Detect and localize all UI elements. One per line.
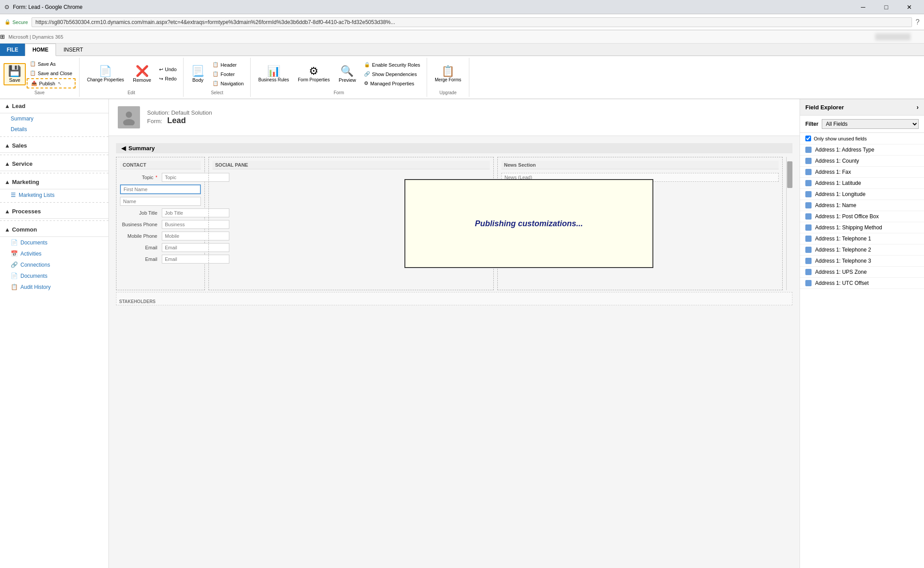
filter-select[interactable]: All Fields xyxy=(822,119,919,129)
header-button[interactable]: 📋 Header xyxy=(209,60,247,69)
sidebar-item-documents[interactable]: 📄 Documents xyxy=(0,237,108,248)
preview-button[interactable]: 🔍 Preview xyxy=(335,64,360,85)
form-props-icon: ⚙ xyxy=(309,66,319,76)
field-name: Address 1: Telephone 3 xyxy=(815,258,871,264)
browser-tab-icon: ⊙ xyxy=(4,4,9,10)
divider-5 xyxy=(0,220,108,221)
list-item[interactable]: Address 1: Telephone 2 xyxy=(800,244,924,256)
firstname-input[interactable] xyxy=(120,184,201,194)
form-layout: CONTACT Topic * xyxy=(116,157,792,290)
list-item[interactable]: Address 1: Latitude xyxy=(800,178,924,189)
list-item[interactable]: Address 1: Fax xyxy=(800,167,924,178)
sidebar-item-summary[interactable]: Summary xyxy=(0,113,108,124)
body-button[interactable]: 📃 Body xyxy=(187,64,208,85)
form-scrollbar[interactable] xyxy=(786,157,792,290)
form-column-contact: CONTACT Topic * xyxy=(116,157,205,290)
merge-forms-button[interactable]: 📋 Merge Forms xyxy=(431,64,465,85)
scrollbar-thumb[interactable] xyxy=(787,161,792,188)
list-item[interactable]: Address 1: Longitude xyxy=(800,189,924,200)
address-bar: 🔒 Secure https://sg807b5630304.crm10.dyn… xyxy=(0,14,924,30)
save-icon: 💾 xyxy=(8,66,21,76)
redo-icon: ↪ xyxy=(159,76,163,82)
dependencies-icon: 🔗 xyxy=(364,71,370,77)
tab-insert[interactable]: INSERT xyxy=(56,44,91,56)
unused-fields-checkbox[interactable] xyxy=(805,136,811,141)
form-properties-button[interactable]: ⚙ Form Properties xyxy=(294,64,334,85)
enable-security-button[interactable]: 🔒 Enable Security Roles xyxy=(361,60,423,69)
show-dependencies-button[interactable]: 🔗 Show Dependencies xyxy=(361,70,423,78)
sidebar-section-sales[interactable]: ▲ Sales xyxy=(0,139,108,153)
field-name: Address 1: UTC Offset xyxy=(815,280,869,286)
sidebar-section-common[interactable]: ▲ Common xyxy=(0,223,108,237)
field-explorer-list: Address 1: Address Type Address 1: Count… xyxy=(800,144,924,568)
navigation-button[interactable]: 📋 Navigation xyxy=(209,79,247,88)
sidebar-item-audit-history[interactable]: 📋 Audit History xyxy=(0,281,108,292)
sidebar-section-marketing[interactable]: ▲ Marketing xyxy=(0,175,108,189)
sidebar-item-marketing-lists[interactable]: ☰ Marketing Lists xyxy=(0,189,108,200)
business-rules-button[interactable]: 📊 Business Rules xyxy=(254,64,293,85)
publish-icon: 📤 xyxy=(31,80,37,86)
email1-field-row: Email xyxy=(120,243,201,252)
ribbon-group-upgrade: 📋 Merge Forms Upgrade xyxy=(427,58,469,97)
footer-button[interactable]: 📋 Footer xyxy=(209,70,247,78)
sidebar-item-connections[interactable]: 🔗 Connections xyxy=(0,259,108,270)
topic-label: Topic * xyxy=(120,175,160,180)
merge-forms-icon: 📋 xyxy=(441,66,455,76)
close-button[interactable]: ✕ xyxy=(899,0,920,14)
maximize-button[interactable]: □ xyxy=(876,0,896,14)
list-item[interactable]: Address 1: Post Office Box xyxy=(800,211,924,222)
lastname-field-row xyxy=(120,197,201,206)
list-item[interactable]: Address 1: Telephone 3 xyxy=(800,256,924,267)
redo-button[interactable]: ↪ Redo xyxy=(156,75,180,83)
field-explorer-expand-icon[interactable]: › xyxy=(916,104,919,111)
contact-column-header: CONTACT xyxy=(120,161,201,169)
tab-file[interactable]: FILE xyxy=(0,44,25,56)
sidebar-section-processes[interactable]: ▲ Processes xyxy=(0,204,108,219)
managed-properties-button[interactable]: ⚙ Managed Properties xyxy=(361,79,423,88)
list-item[interactable]: Address 1: UTC Offset xyxy=(800,278,924,289)
save-close-button[interactable]: 📋 Save and Close xyxy=(27,69,76,77)
publishing-text: Publishing customizations... xyxy=(475,219,583,228)
list-item[interactable]: Address 1: Telephone 1 xyxy=(800,233,924,244)
tab-home[interactable]: HOME xyxy=(25,44,56,56)
activities-icon: 📅 xyxy=(11,250,18,257)
lead-arrow-icon: ▲ xyxy=(4,103,10,109)
field-icon xyxy=(805,224,812,231)
browser-controls: ─ □ ✕ xyxy=(853,0,920,14)
field-icon xyxy=(805,258,812,264)
minimize-button[interactable]: ─ xyxy=(853,0,873,14)
list-item[interactable]: Address 1: UPS Zone xyxy=(800,267,924,278)
sidebar-section-service[interactable]: ▲ Service xyxy=(0,157,108,171)
field-icon xyxy=(805,191,812,197)
sidebar-item-documents2[interactable]: 📄 Documents xyxy=(0,270,108,281)
field-icon xyxy=(805,147,812,153)
sidebar-item-details[interactable]: Details xyxy=(0,124,108,135)
sales-arrow-icon: ▲ xyxy=(4,142,10,149)
url-input[interactable]: https://sg807b5630304.crm10.dynamics.com… xyxy=(32,17,912,27)
publish-button[interactable]: 📤 Publish ↖ xyxy=(27,78,76,88)
field-name: Address 1: Longitude xyxy=(815,191,865,197)
divider-2 xyxy=(0,155,108,155)
lastname-input[interactable] xyxy=(120,197,201,206)
save-button[interactable]: 💾 Save xyxy=(4,63,26,85)
undo-button[interactable]: ↩ Undo xyxy=(156,65,180,74)
divider-3 xyxy=(0,173,108,173)
save-as-button[interactable]: 📋 Save As xyxy=(27,60,76,68)
sidebar-item-activities[interactable]: 📅 Activities xyxy=(0,248,108,259)
list-item[interactable]: Address 1: Address Type xyxy=(800,144,924,156)
field-name: Address 1: Shipping Method xyxy=(815,224,882,231)
sidebar-section-lead[interactable]: ▲ Lead xyxy=(0,99,108,113)
upgrade-group-label: Upgrade xyxy=(431,88,465,95)
list-item[interactable]: Address 1: County xyxy=(800,156,924,167)
help-icon[interactable]: ? xyxy=(916,18,920,26)
email2-label: Email xyxy=(120,256,160,262)
list-item[interactable]: Address 1: Shipping Method xyxy=(800,222,924,233)
change-properties-button[interactable]: 📄 Change Properties xyxy=(83,64,128,85)
select-buttons: 📃 Body 📋 Header 📋 Footer 📋 Navigation xyxy=(187,60,247,88)
remove-button[interactable]: ❌ Remove xyxy=(129,64,155,85)
navigation-icon: 📋 xyxy=(212,80,219,86)
svg-point-1 xyxy=(123,119,135,125)
list-item[interactable]: Address 1: Name xyxy=(800,200,924,211)
divider-1 xyxy=(0,136,108,137)
ribbon-group-edit: 📄 Change Properties ❌ Remove ↩ Undo ↪ Re… xyxy=(80,58,184,97)
